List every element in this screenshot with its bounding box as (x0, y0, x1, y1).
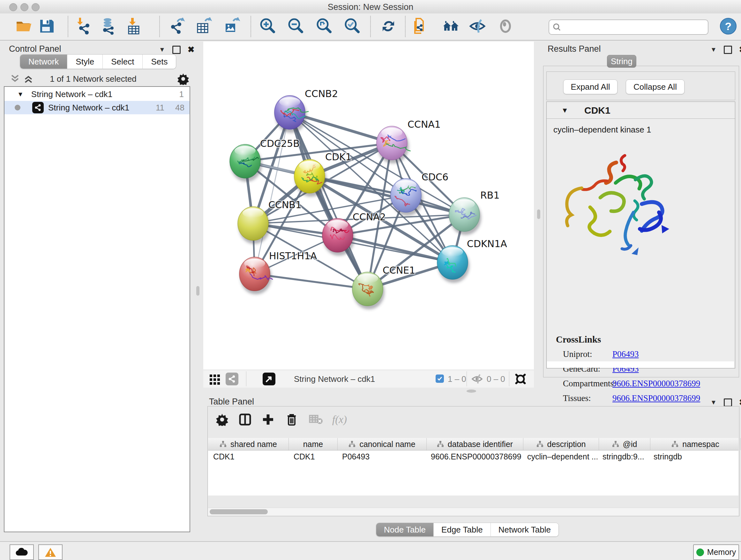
apply-layout-button[interactable] (379, 17, 398, 36)
crosslink-link[interactable]: 9606.ENSP00000378699 (612, 393, 700, 403)
search-field[interactable] (549, 19, 709, 35)
footer-separator (246, 371, 246, 386)
results-panel-float-icon[interactable] (724, 46, 732, 54)
network-graph[interactable]: CCNB2CCNA1CDC25BCDK1CDC6RB1CCNB1CCNA2CDK… (203, 42, 534, 370)
export-table-button[interactable] (194, 17, 212, 36)
table-settings-button[interactable] (213, 411, 231, 428)
table-horizontal-scrollbar[interactable] (208, 508, 738, 516)
control-panel-close-icon[interactable]: ✖ (188, 45, 195, 55)
show-hidden-button[interactable] (496, 17, 515, 36)
birdseye-view-icon[interactable] (263, 373, 275, 385)
help-button[interactable]: ? (719, 17, 738, 36)
column-header-namespac[interactable]: namespac (650, 438, 741, 450)
table-tab-network-table[interactable]: Network Table (491, 523, 558, 537)
zoom-fit-button[interactable] (315, 17, 333, 36)
selected-checkbox-icon[interactable] (435, 374, 444, 383)
collapse-all-button[interactable]: Collapse All (626, 79, 684, 94)
table-cell[interactable]: CDK1 (208, 450, 288, 463)
tab-string[interactable]: String (607, 55, 636, 68)
network-node-ccne1[interactable]: CCNE1 (352, 265, 415, 309)
hide-selected-button[interactable] (468, 17, 487, 36)
status-bar: Memory (0, 541, 741, 560)
clone-network-button[interactable] (411, 17, 430, 36)
network-node-rb1[interactable]: RB1 (449, 190, 500, 235)
control-tab-sets[interactable]: Sets (143, 55, 176, 69)
table-panel-menu-icon[interactable]: ▼ (711, 399, 717, 406)
expand-all-button[interactable]: Expand All (563, 79, 617, 94)
crosslink-row: Compartments:9606.ENSP00000378699 (556, 379, 728, 393)
search-input[interactable] (564, 21, 705, 33)
network-node-ccnb2[interactable]: CCNB2 (274, 88, 338, 133)
table-tab-node-table[interactable]: Node Table (376, 523, 434, 537)
control-tab-network[interactable]: Network (20, 55, 67, 69)
table-tab-edge-table[interactable]: Edge Table (434, 523, 491, 537)
control-panel-float-icon[interactable] (172, 46, 181, 54)
node-label-cdk1: CDK1 (325, 151, 352, 163)
function-builder-button[interactable]: f(x) (331, 411, 348, 428)
import-network-file-button[interactable] (75, 17, 93, 36)
delete-column-button[interactable] (283, 411, 300, 428)
table-row[interactable]: CDK1CDK1P064939606.ENSP00000378699cyclin… (208, 450, 738, 463)
network-node-hist1h1a[interactable]: HIST1H1A (239, 250, 317, 294)
export-network-button[interactable] (167, 17, 186, 36)
table-cell[interactable]: CDK1 (288, 450, 337, 463)
table-panel-float-icon[interactable] (724, 398, 732, 407)
crosslink-link[interactable]: 9606.ENSP00000378699 (612, 379, 700, 388)
table-cell[interactable]: P06493 (337, 450, 426, 463)
network-canvas[interactable]: CCNB2CCNA1CDC25BCDK1CDC6RB1CCNB1CCNA2CDK… (203, 42, 534, 370)
collapse-section-icon[interactable]: ▼ (561, 106, 568, 115)
control-panel-menu-icon[interactable]: ▼ (159, 46, 165, 53)
grid-view-icon[interactable] (209, 374, 220, 385)
network-tree: ▼ String Network – cdk1 1 String Network… (4, 86, 190, 532)
column-header-@id[interactable]: @id (599, 438, 650, 450)
zoom-selected-button[interactable] (343, 17, 361, 36)
network-tree-root-row[interactable]: ▼ String Network – cdk1 1 (4, 87, 190, 101)
crosslink-label: Compartments: (556, 379, 612, 388)
column-header-database-identifier[interactable]: database identifier (427, 438, 523, 450)
left-splitter-handle[interactable] (196, 286, 199, 296)
zoom-out-button[interactable] (286, 17, 305, 36)
control-tab-select[interactable]: Select (103, 55, 143, 69)
table-cell[interactable]: stringdb:9... (597, 450, 649, 463)
tree-expand-icon[interactable]: ▼ (17, 91, 23, 98)
import-network-database-button[interactable] (99, 17, 118, 36)
column-header-name[interactable]: name (289, 438, 338, 450)
crosshair-icon[interactable] (514, 372, 528, 386)
protein-section-header[interactable]: ▼ CDK1 (547, 102, 735, 119)
results-panel-close-icon[interactable]: ✖ (739, 45, 741, 55)
results-panel-menu-icon[interactable]: ▼ (711, 46, 717, 53)
network-selected-count: 1 of 1 Network selected (7, 74, 179, 84)
network-share-icon[interactable] (226, 373, 239, 385)
show-columns-button[interactable] (237, 411, 254, 428)
scrollbar-thumb[interactable] (210, 509, 268, 514)
memory-label: Memory (707, 548, 736, 557)
network-node-ccna1[interactable]: CCNA1 (377, 119, 441, 164)
network-tree-item[interactable]: String Network – cdk1 11 48 (4, 101, 190, 114)
column-header-description[interactable]: description (523, 438, 599, 450)
table-cell[interactable]: 9606.ENSP00000378699 (426, 450, 522, 463)
table-cell[interactable]: stringdb (649, 450, 738, 463)
right-splitter-handle[interactable] (537, 209, 540, 219)
bottom-splitter-handle[interactable] (467, 389, 476, 393)
import-table-button[interactable] (125, 17, 143, 36)
network-node-cdkn1a[interactable]: CDKN1A (437, 238, 507, 283)
export-image-button[interactable] (222, 17, 241, 36)
column-header-shared-name[interactable]: shared name (208, 438, 289, 450)
table-cell[interactable]: cyclin–dependent ... (522, 450, 597, 463)
network-edge[interactable] (255, 274, 367, 289)
memory-button[interactable]: Memory (693, 544, 739, 560)
node-label-ccnb2: CCNB2 (305, 88, 338, 99)
crosslink-link[interactable]: P06493 (612, 349, 639, 359)
show-all-nodes-button[interactable] (442, 17, 460, 36)
automation-status-button[interactable] (10, 544, 34, 560)
delete-table-button[interactable] (307, 411, 325, 428)
zoom-in-button[interactable] (258, 17, 277, 36)
open-session-button[interactable] (15, 17, 33, 36)
save-session-button[interactable] (37, 17, 56, 36)
warnings-button[interactable] (38, 544, 63, 560)
gear-icon[interactable] (177, 73, 189, 85)
network-node-cdc25b[interactable]: CDC25B (230, 138, 300, 182)
control-tab-style[interactable]: Style (67, 55, 103, 69)
column-header-canonical-name[interactable]: canonical name (338, 438, 427, 450)
add-column-button[interactable] (259, 411, 277, 428)
